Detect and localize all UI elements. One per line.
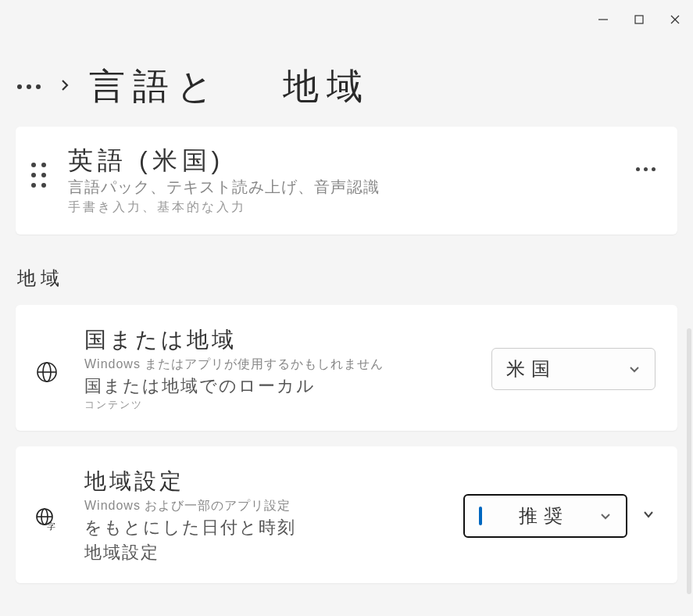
- regional-format-sub2: をもとにした日付と時刻: [84, 516, 441, 539]
- regional-format-select[interactable]: 推奨: [463, 494, 627, 538]
- svg-rect-1: [635, 16, 643, 23]
- regional-format-card: 字 地域設定 Windows および一部のアプリ設定 をもとにした日付と時刻 地…: [16, 446, 677, 583]
- country-region-sub2: 国または地域でのローカル: [84, 374, 470, 398]
- country-region-select[interactable]: 米国: [491, 348, 655, 390]
- country-region-body: 国または地域 Windows またはアプリが使用するかもしれません 国または地域…: [84, 325, 470, 412]
- globe-language-icon: 字: [31, 507, 63, 531]
- window-titlebar: [0, 0, 693, 39]
- chevron-down-icon: [599, 505, 612, 527]
- selection-accent: [479, 507, 482, 525]
- language-features-line2: 手書き入力、基本的な入力: [68, 199, 614, 216]
- country-region-card: 国または地域 Windows またはアプリが使用するかもしれません 国または地域…: [16, 305, 677, 431]
- breadcrumb-ellipsis-icon[interactable]: [17, 84, 41, 89]
- expand-button[interactable]: [641, 507, 655, 525]
- regional-format-sub1: Windows および一部のアプリ設定: [84, 498, 441, 514]
- scrollbar[interactable]: [687, 328, 691, 594]
- svg-text:字: 字: [47, 521, 55, 531]
- region-section-label: 地域: [17, 266, 693, 291]
- language-item-card[interactable]: 英語 (米国) 言語パック、テキスト読み上げ、音声認識 手書き入力、基本的な入力: [16, 127, 677, 235]
- maximize-button[interactable]: [621, 6, 657, 33]
- close-button[interactable]: [657, 6, 693, 33]
- chevron-down-icon: [628, 358, 641, 380]
- chevron-right-icon: [58, 78, 72, 95]
- language-name: 英語 (米国): [68, 144, 614, 178]
- country-region-selected-value: 米国: [506, 356, 556, 381]
- page-title: 言語と 地域: [89, 63, 370, 111]
- regional-format-body: 地域設定 Windows および一部のアプリ設定 をもとにした日付と時刻 地域設…: [84, 467, 441, 564]
- minimize-button[interactable]: [585, 6, 621, 33]
- country-region-sub1: Windows またはアプリが使用するかもしれません: [84, 356, 470, 373]
- language-more-button[interactable]: [636, 167, 655, 171]
- country-region-sub3: コンテンツ: [84, 398, 470, 412]
- language-item-body: 英語 (米国) 言語パック、テキスト読み上げ、音声認識 手書き入力、基本的な入力: [68, 144, 614, 216]
- language-features-line1: 言語パック、テキスト読み上げ、音声認識: [68, 177, 614, 198]
- globe-icon: [31, 360, 63, 384]
- drag-handle-icon[interactable]: [31, 163, 46, 188]
- regional-format-sub3: 地域設定: [84, 541, 441, 564]
- regional-format-selected-value: 推奨: [519, 503, 569, 528]
- regional-format-title: 地域設定: [84, 467, 441, 496]
- breadcrumb: 言語と 地域: [0, 39, 693, 127]
- country-region-title: 国または地域: [84, 325, 470, 355]
